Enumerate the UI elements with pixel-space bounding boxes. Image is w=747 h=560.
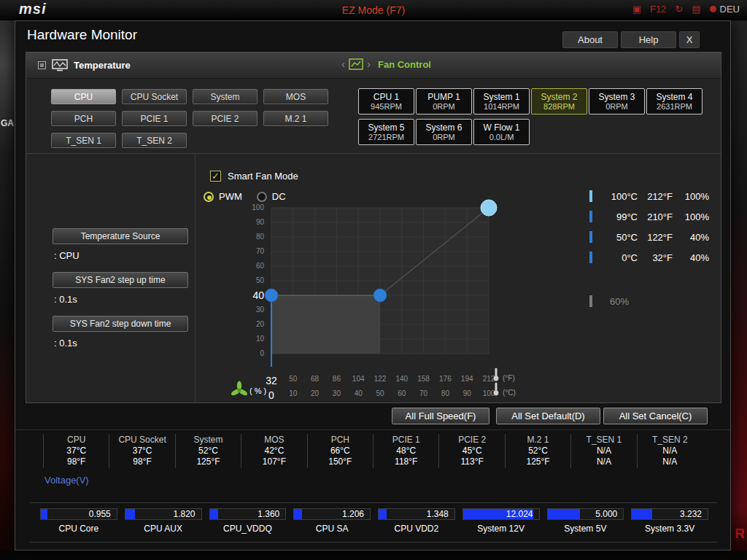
- fan-name: CPU 1: [374, 92, 399, 102]
- fan-button[interactable]: W Flow 1 0.0L/M: [473, 119, 530, 145]
- fan-curve-chart[interactable]: 1009080706050403020100325068861041221401…: [228, 187, 534, 402]
- y-tick-label: 90: [256, 218, 265, 226]
- x-tick-label-f: 50: [289, 375, 298, 383]
- voltage-gauge: 0.955: [40, 508, 117, 520]
- temp-source-button[interactable]: CPU Socket: [122, 89, 187, 104]
- legend-temp-c: 99°C: [600, 211, 638, 222]
- x-tick-label-c: 50: [376, 389, 384, 397]
- fan-button[interactable]: System 4 2631RPM: [646, 88, 703, 114]
- close-button[interactable]: X: [679, 31, 700, 48]
- voltage-rail-name: CPU SA: [293, 524, 371, 534]
- fan-name: System 4: [656, 92, 692, 102]
- legend-percent: 40%: [673, 252, 709, 263]
- step-down-time-button[interactable]: SYS Fan2 step down time: [53, 316, 188, 332]
- fan-button[interactable]: PUMP 1 0RPM: [416, 88, 472, 114]
- fan-control-section-header[interactable]: ‹ › Fan Control: [341, 58, 431, 70]
- notes-icon[interactable]: ▤: [692, 4, 700, 15]
- fan-curve-point[interactable]: [481, 200, 497, 216]
- language-dot-icon: [710, 6, 716, 12]
- smart-fan-mode-toggle[interactable]: ✓ Smart Fan Mode: [210, 171, 298, 182]
- voltage-gauge: 5.000: [547, 508, 624, 520]
- y-tick-label: 10: [256, 335, 265, 343]
- legend-temp-c: 0°C: [600, 252, 638, 263]
- about-button[interactable]: About: [562, 31, 618, 48]
- voltage-gauge: 1.360: [209, 508, 287, 520]
- voltage-readout: 1.348 CPU VDD2: [378, 508, 455, 534]
- x-tick-label-c: 70: [419, 389, 428, 397]
- fan-rpm-value: 0RPM: [433, 133, 455, 142]
- refresh-icon[interactable]: ↻: [675, 4, 683, 15]
- language-selector[interactable]: DEU: [710, 4, 740, 15]
- sensor-celsius: 37°C: [44, 446, 109, 456]
- temperature-section-header: Temperature: [38, 59, 131, 71]
- x-tick-label-f: 104: [352, 375, 365, 383]
- fan-curve-point[interactable]: [374, 289, 387, 302]
- temp-source-button[interactable]: MOS: [263, 89, 328, 104]
- step-down-time-value: : 0.1s: [53, 338, 188, 349]
- temp-source-button[interactable]: PCIE 1: [122, 111, 187, 126]
- voltage-gauge: 1.820: [125, 508, 202, 520]
- temp-source-button[interactable]: T_SEN 1: [51, 133, 116, 148]
- sensor-name: PCIE 1: [374, 435, 438, 446]
- voltage-readout: 1.360 CPU_VDDQ: [209, 508, 287, 534]
- fan-button[interactable]: System 3 0RPM: [589, 88, 645, 114]
- all-full-speed-button[interactable]: All Full Speed(F): [392, 408, 489, 424]
- temp-source-button[interactable]: System: [193, 89, 258, 104]
- fan-name: System 6: [425, 122, 462, 133]
- x-tick-label-c: 30: [333, 389, 341, 397]
- sensor-celsius: 48°C: [374, 446, 438, 456]
- fan-button[interactable]: System 1 1014RPM: [473, 88, 530, 114]
- msi-logo: msi: [19, 1, 46, 18]
- legend-extra-row: 60%: [589, 295, 629, 308]
- sensor-fahrenheit: 107°F: [241, 456, 306, 467]
- temp-source-button[interactable]: PCH: [51, 111, 116, 126]
- ez-mode-button[interactable]: EZ Mode (F7): [342, 4, 405, 16]
- temp-source-button[interactable]: CPU: [51, 89, 116, 104]
- x-tick-label-f: 32: [266, 375, 277, 386]
- x-tick-label-f: 122: [374, 375, 387, 383]
- sensor-celsius: 52°C: [176, 446, 241, 456]
- voltage-value: 5.000: [595, 510, 617, 519]
- help-button[interactable]: Help: [621, 31, 676, 48]
- sensor-fahrenheit: 125°F: [506, 456, 570, 467]
- chevron-right-icon[interactable]: ›: [367, 58, 371, 70]
- voltage-rail-name: CPU VDD2: [378, 524, 455, 534]
- chevron-left-icon[interactable]: ‹: [341, 58, 345, 70]
- temp-source-button[interactable]: M.2 1: [263, 111, 328, 126]
- fan-button[interactable]: System 6 0RPM: [416, 119, 472, 145]
- temp-source-button[interactable]: PCIE 2: [193, 111, 258, 126]
- voltage-rail-name: System 12V: [462, 524, 540, 534]
- fan-curve-point[interactable]: [265, 289, 278, 302]
- y-tick-label: 70: [256, 247, 265, 255]
- sensor-fahrenheit: N/A: [638, 456, 703, 467]
- fan-button[interactable]: CPU 1 945RPM: [358, 88, 414, 114]
- fan-name: System 2: [541, 92, 577, 102]
- step-up-time-button[interactable]: SYS Fan2 step up time: [53, 272, 188, 288]
- fan-button[interactable]: System 2 828RPM: [531, 88, 587, 114]
- temp-source-button[interactable]: T_SEN 2: [122, 133, 187, 148]
- x-tick-label-f: 158: [417, 375, 430, 383]
- temperature-source-button[interactable]: Temperature Source: [53, 228, 188, 244]
- sensor-name: PCIE 2: [439, 435, 504, 446]
- all-set-default-button[interactable]: All Set Default(D): [496, 408, 600, 424]
- fan-button[interactable]: System 5 2721RPM: [358, 119, 414, 145]
- temperature-readout: PCH 66°C 150°F: [307, 434, 373, 468]
- x-tick-label-c: 20: [311, 389, 320, 397]
- voltage-rail-name: CPU AUX: [125, 524, 202, 534]
- sensor-celsius: 66°C: [308, 446, 373, 456]
- main-panel: Temperature ‹ › Fan Control CPU CPU: [26, 52, 721, 403]
- topbar-icons: ▣ F12 ↻ ▤ DEU: [632, 4, 740, 15]
- all-set-cancel-button[interactable]: All Set Cancel(C): [603, 408, 708, 424]
- legend-extra-bar-icon: [589, 295, 592, 307]
- fan-control-header-label: Fan Control: [378, 59, 431, 70]
- screenshot-icon[interactable]: ▣: [632, 4, 641, 15]
- sensor-name: T_SEN 2: [638, 435, 703, 446]
- voltage-gauge-fill: [41, 509, 47, 519]
- sensor-celsius: 52°C: [506, 446, 570, 456]
- sensor-celsius: N/A: [638, 446, 703, 456]
- voltage-value: 1.348: [427, 510, 449, 519]
- y-tick-label: 30: [256, 306, 265, 314]
- voltage-gauge-fill: [125, 509, 135, 519]
- smart-fan-checkbox[interactable]: ✓: [210, 171, 221, 182]
- sensor-name: PCH: [308, 435, 373, 446]
